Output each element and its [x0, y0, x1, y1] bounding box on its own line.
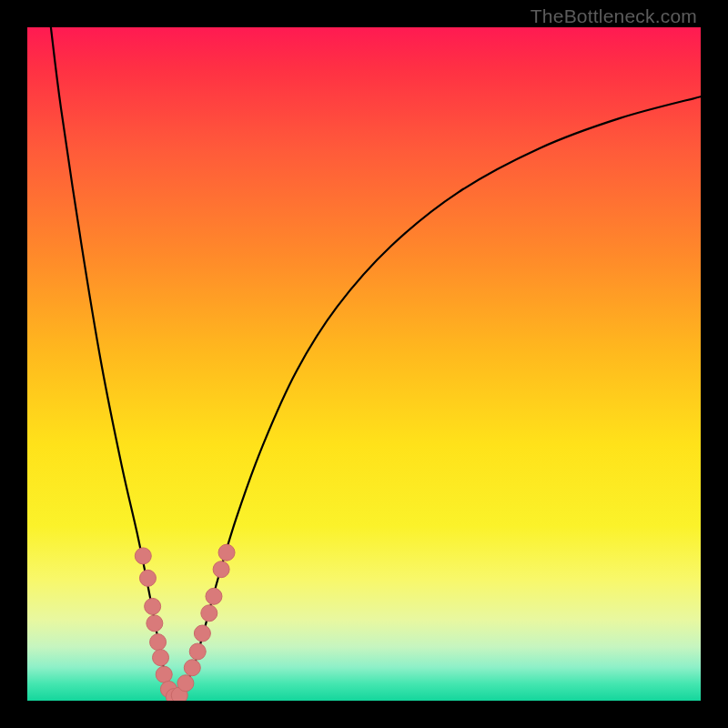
- curve-marker-dot: [147, 615, 163, 632]
- curve-markers: [135, 544, 235, 701]
- chart-frame: TheBottleneck.com: [0, 0, 728, 728]
- curve-marker-dot: [189, 643, 206, 660]
- curve-marker-dot: [135, 548, 151, 564]
- curve-marker-dot: [150, 634, 167, 651]
- curve-marker-dot: [213, 561, 229, 578]
- plot-area: [27, 27, 701, 701]
- curve-marker-dot: [206, 588, 222, 604]
- curve-marker-dot: [139, 570, 156, 586]
- watermark-text: TheBottleneck.com: [531, 5, 697, 27]
- curve-marker-dot: [201, 605, 217, 622]
- bottleneck-curve-svg: [27, 27, 701, 701]
- curve-marker-dot: [156, 666, 172, 682]
- curve-marker-dot: [177, 675, 194, 692]
- curve-marker-dot: [194, 625, 210, 642]
- curve-marker-dot: [145, 598, 161, 614]
- curve-marker-dot: [218, 544, 235, 561]
- curve-marker-dot: [184, 660, 200, 676]
- bottleneck-curve-line: [51, 27, 701, 698]
- curve-marker-dot: [153, 650, 169, 666]
